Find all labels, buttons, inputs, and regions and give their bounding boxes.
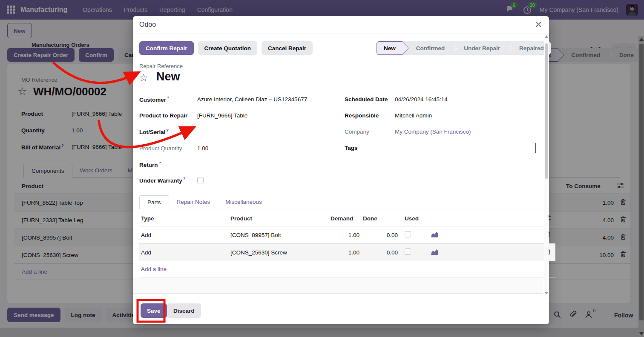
col-demand[interactable]: Demand: [329, 211, 361, 226]
part-demand[interactable]: 1.00: [329, 226, 361, 244]
dialog-footer: Save Discard: [133, 294, 549, 324]
part-type[interactable]: Add: [139, 244, 229, 261]
part-done[interactable]: 0.00: [361, 226, 400, 244]
under-warranty-checkbox[interactable]: [197, 177, 204, 183]
repair-reference-label: Repair Reference: [139, 63, 183, 69]
scroll-up-icon[interactable]: [545, 35, 548, 38]
status-confirmed[interactable]: Confirmed: [409, 45, 452, 51]
customer-label: Customer: [139, 96, 166, 103]
part-done[interactable]: 0.00: [361, 244, 400, 261]
cancel-repair-button[interactable]: Cancel Repair: [262, 41, 313, 55]
create-quotation-button[interactable]: Create Quotation: [198, 41, 258, 55]
company-value[interactable]: My Company (San Francisco): [395, 129, 471, 135]
tab-miscellaneous[interactable]: Miscellaneous: [218, 195, 270, 209]
product-quantity-label: Product Quantity: [139, 145, 197, 151]
col-type[interactable]: Type: [139, 211, 229, 226]
status-separator-icon: [507, 46, 512, 51]
help-icon[interactable]: ?: [167, 96, 170, 100]
product-quantity-value: 1.00: [197, 145, 208, 151]
col-product[interactable]: Product: [229, 211, 329, 226]
repair-reference-value: New: [156, 70, 180, 83]
used-checkbox[interactable]: [405, 231, 411, 237]
scheduled-date-label: Scheduled Date: [345, 96, 395, 103]
scroll-down-icon[interactable]: [545, 292, 548, 294]
dialog-title: Odoo: [139, 21, 156, 29]
part-demand[interactable]: 1.00: [329, 244, 361, 261]
status-under-repair[interactable]: Under Repair: [457, 45, 507, 51]
status-new[interactable]: New: [377, 41, 402, 55]
discard-button[interactable]: Discard: [167, 303, 201, 318]
repair-order-dialog: Odoo ✕ Confirm Repair Create Quotation C…: [133, 16, 549, 324]
tab-repair-notes[interactable]: Repair Notes: [169, 195, 218, 209]
responsible-value[interactable]: Mitchell Admin: [395, 112, 432, 119]
part-product[interactable]: [CONS_89957] Bolt: [229, 226, 329, 244]
add-a-line-link[interactable]: Add a line: [141, 266, 167, 272]
forecast-report-icon[interactable]: [429, 226, 540, 244]
save-button[interactable]: Save: [141, 303, 167, 318]
dialog-header: Odoo ✕: [133, 16, 549, 34]
dialog-scrollbar[interactable]: [544, 34, 549, 296]
forecast-report-icon[interactable]: [429, 244, 540, 261]
repair-statusbar: New Confirmed Under Repair Repaired: [377, 41, 551, 55]
confirm-repair-button[interactable]: Confirm Repair: [139, 41, 194, 55]
lot-serial-label: Lot/Serial: [139, 129, 166, 135]
help-icon[interactable]: ?: [167, 128, 169, 132]
help-icon[interactable]: ?: [159, 161, 161, 165]
customer-value[interactable]: Azure Interior, Colleen Diaz – US1234567…: [197, 96, 311, 103]
parts-row[interactable]: Add [CONS_25630] Screw 1.00 0.00: [139, 244, 555, 261]
col-used[interactable]: Used: [400, 211, 429, 226]
notebook-empty-area: [133, 277, 543, 294]
tags-text-cursor: [535, 143, 536, 153]
dialog-scrollbar-thumb[interactable]: [545, 43, 548, 179]
close-icon[interactable]: ✕: [535, 20, 542, 30]
favorite-star-icon[interactable]: ☆: [139, 71, 148, 84]
col-done[interactable]: Done: [361, 211, 400, 226]
part-product[interactable]: [CONS_25630] Screw: [229, 244, 329, 261]
part-type[interactable]: Add: [139, 226, 229, 244]
tags-label: Tags: [345, 145, 395, 151]
parts-row[interactable]: Add [CONS_89957] Bolt 1.00 0.00: [139, 226, 555, 244]
under-warranty-label: Under Warranty: [139, 177, 182, 183]
scheduled-date-value[interactable]: 04/26/2024 16:45:14: [395, 96, 448, 103]
product-to-repair-label: Product to Repair: [139, 112, 197, 119]
return-label: Return: [139, 161, 158, 168]
product-to-repair-value[interactable]: [FURN_9666] Table: [197, 112, 247, 119]
used-checkbox[interactable]: [405, 248, 411, 255]
company-label: Company: [345, 129, 395, 135]
responsible-label: Responsible: [345, 112, 395, 119]
status-separator-icon: [451, 46, 457, 51]
tab-parts[interactable]: Parts: [139, 195, 169, 209]
help-icon[interactable]: ?: [183, 177, 186, 181]
